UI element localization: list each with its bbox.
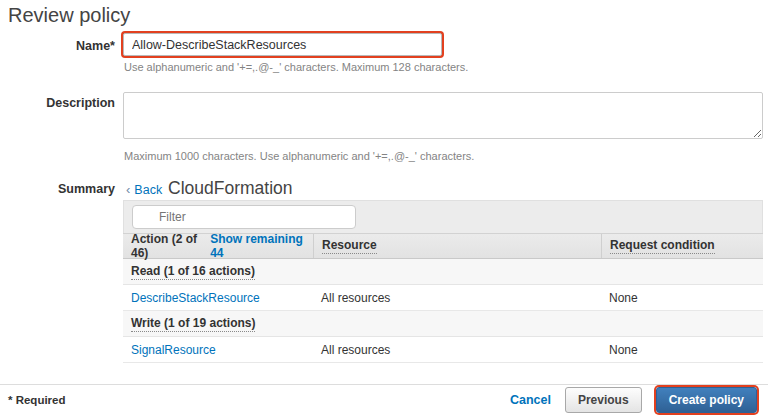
column-header-resource: Resource [313,234,601,258]
request-condition-cell: None [601,343,763,357]
description-label: Description [0,96,115,110]
request-condition-cell: None [601,291,763,305]
cancel-link[interactable]: Cancel [510,393,551,407]
resource-cell: All resources [313,343,601,357]
description-help-text: Maximum 1000 characters. Use alphanumeri… [124,150,474,162]
chevron-left-icon: ‹ [126,182,130,197]
group-header-read: Read (1 of 16 actions) [123,259,763,285]
resource-cell: All resources [313,291,601,305]
table-row: DescribeStackResource All resources None [123,285,763,311]
previous-button[interactable]: Previous [565,387,642,413]
action-count-label: Action (2 of 46) [131,232,206,260]
column-header-request-condition: Request condition [601,234,763,258]
table-row: SignalResource All resources None [123,337,763,363]
column-header-action: Action (2 of 46) Show remaining 44 [123,234,313,258]
back-link-label: Back [134,183,162,197]
footer-bar: * Required Cancel Previous Create policy [0,384,768,415]
action-link-signalresource[interactable]: SignalResource [131,343,216,357]
show-remaining-link[interactable]: Show remaining 44 [210,232,305,260]
filter-input[interactable] [132,205,356,229]
summary-label: Summary [0,182,115,196]
filter-band [123,200,763,233]
summary-table: Action (2 of 46) Show remaining 44 Resou… [123,200,763,363]
name-label: Name* [0,39,115,53]
policy-description-textarea[interactable] [123,92,763,139]
name-help-text: Use alphanumeric and '+=,.@-_' character… [124,61,468,73]
back-link[interactable]: ‹Back [126,182,162,197]
service-heading: CloudFormation [168,178,293,199]
create-policy-button[interactable]: Create policy [656,387,757,413]
policy-name-input[interactable] [123,33,442,56]
required-note: * Required [8,394,66,406]
table-header-row: Action (2 of 46) Show remaining 44 Resou… [123,233,763,259]
footer-actions: Cancel Previous Create policy [510,387,760,413]
group-header-write: Write (1 of 19 actions) [123,311,763,337]
action-link-describestackresource[interactable]: DescribeStackResource [131,291,260,305]
page-title: Review policy [8,4,130,27]
